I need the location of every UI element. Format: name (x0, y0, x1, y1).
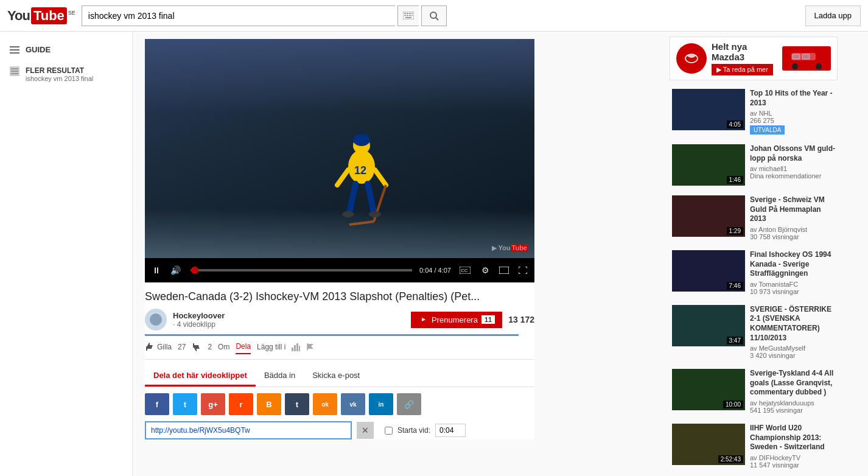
related-video-item[interactable]: 4:05 Top 10 Hits of the Year - 2013 av N… (670, 86, 838, 137)
video-duration: 4:05 (727, 121, 743, 128)
logo[interactable]: YouTubeSE (7, 7, 75, 24)
time-total: 4:07 (438, 267, 451, 274)
video-duration: 3:47 (727, 337, 743, 345)
related-video-title: Top 10 Hits of the Year - 2013 (750, 89, 835, 108)
progress-dot (191, 267, 198, 274)
like-label: Gilla (157, 343, 172, 351)
svg-line-18 (337, 170, 348, 185)
related-video-views: 266 275 (750, 117, 835, 124)
fullscreen-button[interactable] (516, 265, 530, 275)
video-info: Johan Olssons VM guld-lopp på norska av … (750, 144, 835, 186)
keyboard-button[interactable] (397, 5, 419, 26)
facebook-share-button[interactable]: f (145, 393, 169, 415)
tumblr-share-button[interactable]: t (285, 393, 309, 415)
start-at-checkbox[interactable] (385, 427, 393, 435)
related-video-views: 3 420 visningar (750, 352, 835, 359)
subscribe-button[interactable]: Prenumerera 11 (411, 312, 502, 328)
rink-overlay (145, 209, 534, 258)
dislike-button[interactable] (192, 340, 201, 354)
subscribe-label: Prenumerera (432, 315, 478, 324)
search-button[interactable] (421, 5, 447, 26)
ad-car-image (782, 46, 831, 71)
share-tabs: Dela det här videoklippet Bädda in Skick… (145, 366, 534, 387)
tab-badda-in[interactable]: Bädda in (256, 366, 304, 387)
svg-rect-1 (404, 13, 406, 14)
video-thumbnail: 2:52:43 (672, 424, 745, 465)
copy-link-button[interactable]: 🔗 (397, 393, 421, 415)
like-button[interactable]: Gilla (145, 340, 172, 354)
video-duration: 2:52:43 (718, 455, 743, 463)
ad-cta[interactable]: ▶ Ta reda på mer (712, 64, 773, 75)
related-video-item[interactable]: 1:46 Johan Olssons VM guld-lopp på norsk… (670, 142, 838, 188)
tab-skicka-epost[interactable]: Skicka e-post (304, 366, 368, 387)
reddit-share-button[interactable]: r (229, 393, 253, 415)
related-video-views: 11 547 visningar (750, 461, 835, 469)
start-at-row: Starta vid: (385, 424, 466, 437)
twitter-share-button[interactable]: t (173, 393, 197, 415)
dela-button[interactable]: Dela (236, 340, 251, 354)
clear-url-button[interactable]: ✕ (357, 422, 374, 439)
volume-button[interactable]: 🔊 (168, 264, 183, 276)
video-info: Sweden-Canada (3-2) Ishockey-VM 2013 Sla… (145, 282, 534, 439)
svg-rect-5 (404, 15, 406, 16)
search-area (82, 5, 447, 26)
linkedin-share-button[interactable]: in (369, 393, 393, 415)
svg-point-10 (430, 12, 436, 18)
video-frame[interactable]: 12 ▶ YouTube (145, 39, 534, 258)
dislike-count: 2 (208, 343, 212, 351)
share-url-input[interactable] (145, 421, 352, 439)
flag-button[interactable] (306, 340, 315, 354)
lagg-till-button[interactable]: Lägg till i (257, 340, 285, 354)
settings-button[interactable]: ⚙ (479, 264, 492, 276)
theater-icon (499, 267, 509, 274)
ad-banner[interactable]: Helt nya Mazda3 ▶ Ta reda på mer (670, 37, 838, 80)
related-video-channel: av MeGustaMyself (750, 345, 835, 352)
related-video-views: 10 973 visningar (750, 288, 835, 295)
video-duration: 1:46 (727, 176, 743, 184)
related-video-channel: av Anton Björnqvist (750, 226, 835, 233)
video-duration: 1:29 (727, 227, 743, 235)
related-video-item[interactable]: 7:46 Final Ishockey OS 1994 Kanada - Sve… (670, 248, 838, 298)
video-player: 12 ▶ YouTube ⏸ 🔊 0:04 / 4:07 (145, 39, 534, 282)
om-button[interactable]: Om (218, 340, 229, 354)
svg-rect-29 (499, 267, 509, 274)
watermark: ▶ YouTube (492, 244, 529, 252)
start-at-input[interactable] (435, 424, 466, 437)
list-icon (10, 66, 19, 76)
sidebar-item-guide[interactable]: GUIDE (0, 39, 132, 60)
upload-button[interactable]: Ladda upp (805, 5, 861, 26)
related-videos-list: 4:05 Top 10 Hits of the Year - 2013 av N… (670, 86, 838, 476)
progress-bar[interactable] (191, 269, 412, 271)
googleplus-share-button[interactable]: g+ (201, 393, 225, 415)
related-video-item[interactable]: 2:52:43 IIHF World U20 Championship 2013… (670, 421, 838, 471)
svg-line-22 (349, 184, 355, 212)
channel-name[interactable]: Hockeyloover (173, 311, 405, 320)
vk-share-button[interactable]: vk (341, 393, 365, 415)
tab-dela-videoklipp[interactable]: Dela det här videoklippet (145, 366, 256, 387)
svg-rect-6 (407, 15, 408, 16)
svg-rect-14 (11, 73, 18, 74)
related-video-item[interactable]: 10:00 Sverige-Tyskland 4-4 All goals (La… (670, 366, 838, 416)
play-pause-button[interactable]: ⏸ (150, 264, 163, 276)
video-duration: 7:46 (727, 282, 743, 290)
more-results-query: ishockey vm 2013 final (26, 75, 93, 82)
related-video-item[interactable]: 1:29 Sverige - Schweiz VM Guld På Hemmap… (670, 193, 838, 243)
player-controls: ⏸ 🔊 0:04 / 4:07 CC ⚙ (145, 258, 534, 282)
header: YouTubeSE Ladda upp (0, 0, 868, 32)
search-input[interactable] (82, 5, 395, 26)
stats-button[interactable] (292, 340, 300, 354)
thumbs-down-icon (192, 342, 201, 352)
odnoklassniki-share-button[interactable]: ok (313, 393, 337, 415)
logo-tube: Tube (31, 7, 67, 24)
related-video-item[interactable]: 3:47 SVERIGE - ÖSTERRIKE 2-1 (SVENSKA KO… (670, 303, 838, 362)
sidebar-item-more-results[interactable]: FLER RESULTAT ishockey vm 2013 final (0, 60, 132, 88)
captions-button[interactable]: CC (457, 265, 473, 275)
video-thumbnail: 3:47 (672, 305, 745, 346)
theater-button[interactable] (497, 265, 511, 275)
svg-text:12: 12 (354, 164, 366, 177)
social-buttons: f t g+ r B t ok vk in 🔗 (145, 393, 534, 415)
related-video-views: 541 195 visningar (750, 407, 835, 414)
thumbs-up-icon (145, 342, 155, 352)
blogger-share-button[interactable]: B (257, 393, 281, 415)
video-info: Sverige - Schweiz VM Guld På Hemmaplan 2… (750, 195, 835, 240)
